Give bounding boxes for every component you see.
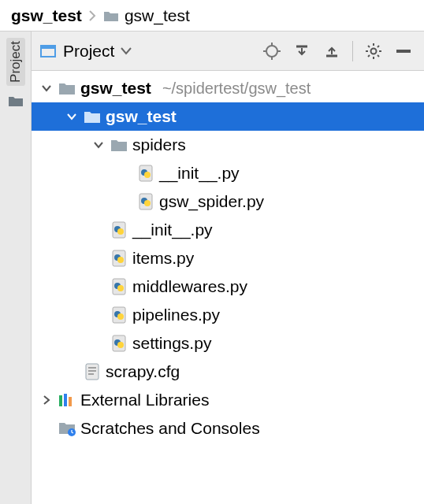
project-tool-tab-label: Project bbox=[8, 41, 23, 83]
tree-node-label: Scratches and Consoles bbox=[80, 419, 260, 438]
tree-node-label: gsw_test bbox=[80, 79, 151, 98]
python-file-icon bbox=[137, 193, 154, 210]
python-file-icon bbox=[110, 335, 128, 352]
python-file-icon bbox=[110, 306, 128, 324]
collapse-all-button[interactable] bbox=[319, 39, 344, 64]
python-file-icon bbox=[110, 250, 128, 267]
python-file-icon bbox=[110, 221, 128, 239]
tree-node-label: settings.py bbox=[132, 334, 211, 353]
hide-button[interactable] bbox=[391, 39, 416, 64]
tree-node-label: External Libraries bbox=[80, 391, 209, 410]
expand-all-button[interactable] bbox=[289, 39, 314, 64]
tree-node-external-libraries[interactable]: External Libraries bbox=[32, 386, 424, 414]
tree-node-file[interactable]: · scrapy.cfg bbox=[32, 358, 424, 386]
breadcrumb-child[interactable]: gsw_test bbox=[102, 6, 190, 25]
breadcrumb: gsw_test gsw_test bbox=[0, 0, 424, 32]
libraries-icon bbox=[58, 391, 76, 409]
chevron-down-icon[interactable] bbox=[65, 112, 79, 121]
tree-node-file[interactable]: · __init__.py bbox=[32, 216, 424, 244]
locate-button[interactable] bbox=[259, 39, 285, 64]
project-tree[interactable]: gsw_test ~/spidertest/gsw_test gsw_test bbox=[32, 71, 424, 504]
python-file-icon bbox=[137, 165, 154, 182]
svg-rect-47 bbox=[64, 394, 67, 406]
tree-node-project-root[interactable]: gsw_test ~/spidertest/gsw_test bbox=[32, 74, 424, 102]
tree-node-path: ~/spidertest/gsw_test bbox=[162, 80, 311, 98]
settings-button[interactable] bbox=[361, 39, 386, 64]
folder-icon bbox=[102, 7, 120, 24]
tree-node-label: gsw_spider.py bbox=[159, 192, 264, 211]
svg-rect-46 bbox=[59, 395, 62, 406]
folder-icon bbox=[58, 80, 76, 97]
tool-strip: Project bbox=[0, 32, 32, 504]
tree-node-label: items.py bbox=[132, 249, 194, 268]
tree-node-file[interactable]: · middlewares.py bbox=[32, 272, 424, 301]
project-view-label: Project bbox=[63, 42, 114, 61]
folder-icon bbox=[110, 136, 128, 154]
tree-node-file[interactable]: · pipelines.py bbox=[32, 301, 424, 329]
chevron-down-icon[interactable] bbox=[91, 140, 106, 150]
svg-point-35 bbox=[117, 285, 124, 291]
structure-tool-icon[interactable] bbox=[7, 94, 24, 108]
tree-node-label: pipelines.py bbox=[132, 306, 220, 324]
svg-point-38 bbox=[117, 313, 124, 320]
svg-line-17 bbox=[378, 55, 379, 57]
chevron-down-icon bbox=[121, 47, 132, 55]
text-file-icon bbox=[84, 363, 101, 380]
svg-line-19 bbox=[378, 46, 379, 47]
breadcrumb-separator-icon bbox=[88, 9, 96, 22]
project-tool-tab[interactable]: Project bbox=[6, 38, 25, 86]
tree-node-scratches[interactable]: · Scratches and Consoles bbox=[32, 414, 424, 443]
tree-node-spiders[interactable]: spiders bbox=[32, 131, 424, 159]
svg-rect-48 bbox=[69, 397, 72, 406]
tree-node-file[interactable]: · settings.py bbox=[32, 329, 424, 358]
svg-point-26 bbox=[144, 200, 151, 206]
svg-rect-1 bbox=[41, 46, 55, 49]
folder-icon bbox=[84, 108, 101, 125]
tree-node-label: __init__.py bbox=[159, 164, 240, 183]
tree-node-label: gsw_test bbox=[106, 107, 177, 126]
svg-point-32 bbox=[117, 257, 124, 263]
svg-line-16 bbox=[368, 46, 370, 47]
divider bbox=[352, 41, 353, 61]
tree-node-label: middlewares.py bbox=[132, 277, 247, 296]
svg-point-41 bbox=[117, 342, 124, 348]
svg-rect-20 bbox=[396, 50, 411, 53]
svg-point-2 bbox=[266, 46, 277, 57]
tree-node-file[interactable]: · items.py bbox=[32, 244, 424, 272]
tree-node-file[interactable]: · gsw_spider.py bbox=[32, 187, 424, 216]
svg-line-18 bbox=[368, 55, 370, 57]
breadcrumb-child-label: gsw_test bbox=[125, 6, 190, 25]
svg-point-11 bbox=[371, 48, 377, 54]
scratches-icon bbox=[58, 420, 76, 437]
breadcrumb-root-label: gsw_test bbox=[11, 6, 82, 25]
tree-node-package[interactable]: gsw_test bbox=[32, 102, 424, 131]
project-view-selector[interactable]: Project bbox=[39, 42, 255, 61]
svg-point-23 bbox=[144, 172, 151, 178]
project-panel-header: Project bbox=[32, 32, 424, 71]
tree-node-label: spiders bbox=[132, 135, 186, 154]
svg-point-29 bbox=[117, 228, 124, 235]
tree-node-label: scrapy.cfg bbox=[106, 362, 180, 381]
chevron-right-icon[interactable] bbox=[39, 395, 54, 405]
svg-rect-42 bbox=[86, 364, 99, 380]
project-panel: Project bbox=[32, 32, 424, 504]
breadcrumb-root[interactable]: gsw_test bbox=[11, 6, 82, 25]
project-view-icon bbox=[39, 43, 57, 60]
chevron-down-icon[interactable] bbox=[39, 83, 54, 93]
tree-node-file[interactable]: · __init__.py bbox=[32, 159, 424, 187]
python-file-icon bbox=[110, 278, 128, 295]
tree-node-label: __init__.py bbox=[132, 220, 213, 239]
